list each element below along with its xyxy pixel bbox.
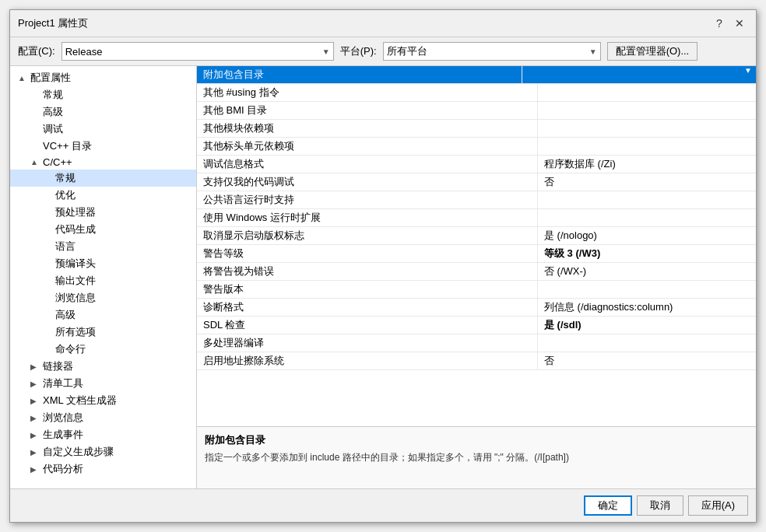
config-value: Release (65, 46, 103, 58)
description-panel: 附加包含目录 指定一个或多个要添加到 include 路径中的目录；如果指定多个… (197, 426, 756, 488)
tree-item[interactable]: 高级 (10, 306, 196, 324)
tree-item[interactable]: 常规 (10, 86, 196, 103)
tree-item-label: 自定义生成步骤 (43, 445, 114, 459)
prop-value (538, 120, 756, 137)
tree-item[interactable]: ▶清单工具 (10, 375, 196, 392)
tree-arrow: ▶ (30, 431, 40, 439)
prop-name: 启用地址擦除系统 (197, 352, 538, 369)
title-bar-buttons: ? ✕ (711, 15, 748, 32)
prop-value: 是 (/nologo) (538, 227, 756, 244)
tree-item[interactable]: ▶链接器 (10, 358, 196, 375)
tree-item-label: 高级 (43, 105, 63, 119)
prop-name: 其他模块依赖项 (197, 120, 538, 137)
tree-item-label: 预编译头 (55, 257, 96, 271)
tree-item-label: XML 文档生成器 (43, 394, 117, 408)
tree-item-label: 常规 (55, 171, 76, 185)
tree-item[interactable]: 常规 (10, 170, 196, 187)
tree-item[interactable]: 输出文件 (10, 272, 196, 289)
prop-value (538, 84, 756, 101)
prop-name: 将警告视为错误 (197, 263, 538, 280)
tree-item-label: 浏览信息 (43, 411, 83, 425)
prop-row[interactable]: 其他模块依赖项 (197, 120, 756, 138)
platform-dropdown[interactable]: 所有平台 ▼ (383, 42, 601, 61)
tree-item[interactable]: 命令行 (10, 341, 196, 358)
config-manager-button[interactable]: 配置管理器(O)... (607, 42, 698, 61)
prop-row[interactable]: 警告等级等级 3 (/W3) (197, 245, 756, 263)
help-button[interactable]: ? (711, 15, 728, 32)
tree-item-label: 配置属性 (30, 71, 71, 85)
prop-row[interactable]: SDL 检查是 (/sdl) (197, 317, 756, 334)
prop-row[interactable]: 警告版本 (197, 281, 756, 299)
tree-item-label: 输出文件 (55, 274, 96, 288)
prop-row[interactable]: 诊断格式列信息 (/diagnostics:column) (197, 299, 756, 317)
ok-button[interactable]: 确定 (584, 495, 632, 516)
prop-value: 否 (538, 352, 756, 369)
tree-item[interactable]: 预编译头 (10, 255, 196, 272)
prop-row[interactable]: 其他标头单元依赖项 (197, 138, 756, 156)
prop-row[interactable]: 调试信息格式程序数据库 (/Zi) (197, 156, 756, 173)
prop-value (538, 281, 756, 298)
prop-row[interactable]: 启用地址擦除系统否 (197, 352, 756, 370)
prop-row[interactable]: 其他 #using 指令 (197, 84, 756, 102)
cancel-button[interactable]: 取消 (637, 495, 683, 516)
tree-item-label: 链接器 (43, 359, 73, 373)
config-dropdown[interactable]: Release ▼ (61, 42, 334, 61)
prop-value: 否 (/WX-) (538, 263, 756, 280)
tree-item[interactable]: ▶XML 文档生成器 (10, 392, 196, 409)
prop-name: 警告版本 (197, 281, 538, 298)
tree-item-label: 清单工具 (43, 376, 83, 390)
platform-dropdown-arrow: ▼ (589, 47, 597, 56)
tree-item-label: 优化 (55, 188, 76, 202)
tree-item-label: 浏览信息 (55, 291, 96, 305)
tree-item[interactable]: ▲C/C++ (10, 155, 196, 170)
prop-dropdown-button[interactable]: ▼ (740, 66, 756, 75)
tree-item-label: 代码生成 (55, 222, 96, 236)
tree-item[interactable]: ▲配置属性 (10, 69, 196, 86)
prop-name: SDL 检查 (197, 317, 538, 334)
apply-button[interactable]: 应用(A) (688, 495, 748, 516)
config-label: 配置(C): (18, 44, 55, 58)
title-bar: Project1 属性页 ? ✕ (10, 10, 756, 37)
tree-item[interactable]: 调试 (10, 121, 196, 138)
prop-row[interactable]: 将警告视为错误否 (/WX-) (197, 263, 756, 281)
prop-row[interactable]: 公共语言运行时支持 (197, 191, 756, 209)
tree-item[interactable]: 所有选项 (10, 324, 196, 341)
prop-row[interactable]: 多处理器编译 (197, 334, 756, 352)
right-panel: 附加包含目录▼其他 #using 指令其他 BMI 目录其他模块依赖项其他标头单… (197, 66, 756, 488)
prop-value (538, 191, 756, 208)
tree-panel: ▲配置属性常规高级调试VC++ 目录▲C/C++常规优化预处理器代码生成语言预编… (10, 66, 197, 488)
tree-item[interactable]: ▶代码分析 (10, 460, 196, 478)
prop-row[interactable]: 其他 BMI 目录 (197, 102, 756, 120)
prop-value (522, 66, 740, 83)
prop-name: 附加包含目录 (197, 66, 522, 83)
tree-item[interactable]: ▶浏览信息 (10, 409, 196, 426)
prop-row[interactable]: 取消显示启动版权标志是 (/nologo) (197, 227, 756, 245)
tree-item[interactable]: 高级 (10, 103, 196, 121)
bottom-buttons: 确定 取消 应用(A) (10, 488, 756, 522)
tree-item[interactable]: 浏览信息 (10, 289, 196, 306)
prop-value: 是 (/sdl) (538, 317, 756, 334)
prop-name: 诊断格式 (197, 299, 538, 316)
tree-item[interactable]: 预处理器 (10, 204, 196, 221)
prop-name: 公共语言运行时支持 (197, 191, 538, 208)
tree-item[interactable]: 优化 (10, 187, 196, 204)
tree-item[interactable]: ▶自定义生成步骤 (10, 443, 196, 460)
prop-row[interactable]: 附加包含目录▼ (197, 66, 756, 84)
dialog-title: Project1 属性页 (18, 16, 88, 30)
prop-value (538, 334, 756, 352)
tree-item[interactable]: 代码生成 (10, 221, 196, 238)
prop-row[interactable]: 使用 Windows 运行时扩展 (197, 209, 756, 227)
tree-item-label: 生成事件 (43, 428, 83, 442)
tree-arrow: ▲ (18, 74, 27, 82)
prop-value: 等级 3 (/W3) (538, 245, 756, 262)
tree-item[interactable]: 语言 (10, 238, 196, 255)
tree-item[interactable]: VC++ 目录 (10, 138, 196, 155)
tree-arrow: ▲ (30, 158, 40, 166)
tree-item[interactable]: ▶生成事件 (10, 426, 196, 443)
prop-row[interactable]: 支持仅我的代码调试否 (197, 173, 756, 191)
close-button[interactable]: ✕ (731, 15, 748, 32)
properties-table: 附加包含目录▼其他 #using 指令其他 BMI 目录其他模块依赖项其他标头单… (197, 66, 756, 426)
main-dialog: Project1 属性页 ? ✕ 配置(C): Release ▼ 平台(P):… (9, 9, 757, 523)
config-dropdown-arrow: ▼ (322, 47, 330, 56)
tree-item-label: 常规 (43, 88, 63, 102)
